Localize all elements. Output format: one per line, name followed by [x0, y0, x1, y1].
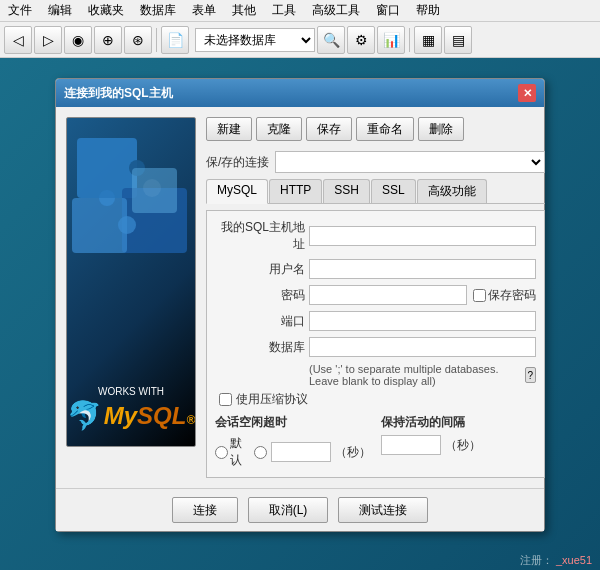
keepalive-input[interactable] — [381, 435, 441, 455]
user-input[interactable] — [309, 259, 536, 279]
keepalive-group: 保持活动的间隔 （秒） — [381, 414, 537, 455]
db-selector[interactable]: 未选择数据库 — [195, 28, 315, 52]
button-row: 新建 克隆 保存 重命名 删除 — [206, 117, 545, 141]
svg-point-6 — [118, 216, 136, 234]
save-button[interactable]: 保存 — [306, 117, 352, 141]
toolbar-btn-6[interactable]: 📄 — [161, 26, 189, 54]
rename-button[interactable]: 重命名 — [356, 117, 414, 141]
hint-text-label: (Use ';' to separate multiple databases.… — [309, 363, 521, 387]
connect-button[interactable]: 连接 — [172, 497, 238, 523]
toolbar-btn-5[interactable]: ⊛ — [124, 26, 152, 54]
compress-row: 使用压缩协议 — [219, 391, 536, 408]
compress-checkbox[interactable] — [219, 393, 232, 406]
keepalive-unit: （秒） — [445, 437, 481, 454]
connect-dialog: 连接到我的SQL主机 ✕ — [55, 78, 545, 532]
database-label: 数据库 — [215, 339, 305, 356]
left-panel: WORKS WITH 🐬 MySQL® — [66, 117, 196, 447]
menu-tools[interactable]: 工具 — [268, 0, 300, 21]
password-label: 密码 — [215, 287, 305, 304]
toolbar-btn-10[interactable]: ▦ — [414, 26, 442, 54]
toolbar-btn-3[interactable]: ◉ — [64, 26, 92, 54]
database-input[interactable] — [309, 337, 536, 357]
session-timeout-title: 会话空闲超时 — [215, 414, 371, 431]
tab-ssh[interactable]: SSH — [323, 179, 370, 203]
toolbar-btn-11[interactable]: ▤ — [444, 26, 472, 54]
tab-mysql[interactable]: MySQL — [206, 179, 268, 204]
menu-window[interactable]: 窗口 — [372, 0, 404, 21]
menu-database[interactable]: 数据库 — [136, 0, 180, 21]
toolbar-btn-7[interactable]: 🔍 — [317, 26, 345, 54]
port-label: 端口 — [215, 313, 305, 330]
toolbar-btn-8[interactable]: ⚙ — [347, 26, 375, 54]
right-panel: 新建 克隆 保存 重命名 删除 保/存的连接 MySQL HTTP — [206, 117, 545, 478]
save-password-checkbox[interactable] — [473, 289, 486, 302]
session-area: 会话空闲超时 默认 （秒） — [215, 414, 536, 469]
bottom-bar: 注册： _xue51 — [512, 551, 600, 570]
menu-edit[interactable]: 编辑 — [44, 0, 76, 21]
delete-button[interactable]: 删除 — [418, 117, 464, 141]
menu-help[interactable]: 帮助 — [412, 0, 444, 21]
register-link[interactable]: _xue51 — [556, 554, 592, 566]
saved-connection-select[interactable] — [275, 151, 545, 173]
tab-http[interactable]: HTTP — [269, 179, 322, 203]
menu-form[interactable]: 表单 — [188, 0, 220, 21]
toolbar-btn-9[interactable]: 📊 — [377, 26, 405, 54]
cancel-button[interactable]: 取消(L) — [248, 497, 329, 523]
session-timeout-row: 默认 （秒） — [215, 435, 371, 469]
session-default-radio[interactable] — [215, 446, 228, 459]
saved-label: 保/存的连接 — [206, 154, 269, 171]
toolbar-btn-1[interactable]: ◁ — [4, 26, 32, 54]
menu-other[interactable]: 其他 — [228, 0, 260, 21]
session-timeout-group: 会话空闲超时 默认 （秒） — [215, 414, 371, 469]
tab-bar: MySQL HTTP SSH SSL 高级功能 — [206, 179, 545, 204]
svg-rect-7 — [132, 168, 177, 213]
tab-advanced[interactable]: 高级功能 — [417, 179, 487, 203]
clone-button[interactable]: 克隆 — [256, 117, 302, 141]
menubar: 文件 编辑 收藏夹 数据库 表单 其他 工具 高级工具 窗口 帮助 — [0, 0, 600, 22]
port-field-row: 端口 — [215, 311, 536, 331]
hint-row: (Use ';' to separate multiple databases.… — [309, 363, 536, 387]
keepalive-title: 保持活动的间隔 — [381, 414, 537, 431]
password-input[interactable] — [309, 285, 467, 305]
password-field-row: 密码 保存密码 — [215, 285, 536, 305]
background-area: www.牛字星.com 连接到我的SQL主机 ✕ — [0, 58, 600, 570]
compress-label: 使用压缩协议 — [236, 391, 308, 408]
host-label: 我的SQL主机地址 — [215, 219, 305, 253]
user-label: 用户名 — [215, 261, 305, 278]
hint-button[interactable]: ? — [525, 367, 536, 383]
keepalive-row: （秒） — [381, 435, 537, 455]
host-field-row: 我的SQL主机地址 — [215, 219, 536, 253]
toolbar-btn-2[interactable]: ▷ — [34, 26, 62, 54]
host-input[interactable] — [309, 226, 536, 246]
menu-favorites[interactable]: 收藏夹 — [84, 0, 128, 21]
mysql-logo: MySQL® — [104, 402, 196, 430]
puzzle-decoration — [67, 118, 196, 318]
saved-connection-row: 保/存的连接 — [206, 151, 545, 173]
dialog-title: 连接到我的SQL主机 — [64, 85, 173, 102]
db-selector-area: 未选择数据库 — [195, 28, 315, 52]
database-field-row: 数据库 — [215, 337, 536, 357]
toolbar: ◁ ▷ ◉ ⊕ ⊛ 📄 未选择数据库 🔍 ⚙ 📊 ▦ ▤ — [0, 22, 600, 58]
form-content: 我的SQL主机地址 用户名 密码 — [206, 210, 545, 478]
save-password-label: 保存密码 — [473, 287, 536, 304]
session-default-label: 默认 — [215, 435, 250, 469]
port-input[interactable] — [309, 311, 536, 331]
session-timeout-input[interactable] — [271, 442, 331, 462]
tab-ssl[interactable]: SSL — [371, 179, 416, 203]
toolbar-separator-2 — [409, 28, 410, 52]
toolbar-btn-4[interactable]: ⊕ — [94, 26, 122, 54]
menu-file[interactable]: 文件 — [4, 0, 36, 21]
menu-advanced[interactable]: 高级工具 — [308, 0, 364, 21]
toolbar-separator-1 — [156, 28, 157, 52]
dialog-titlebar: 连接到我的SQL主机 ✕ — [56, 79, 544, 107]
user-field-row: 用户名 — [215, 259, 536, 279]
new-button[interactable]: 新建 — [206, 117, 252, 141]
register-label: 注册： — [520, 554, 553, 566]
dialog-close-button[interactable]: ✕ — [518, 84, 536, 102]
dialog-body: WORKS WITH 🐬 MySQL® 新建 克隆 保存 重命名 — [56, 107, 544, 488]
session-custom-radio[interactable] — [254, 446, 267, 459]
session-unit: （秒） — [335, 444, 371, 461]
works-with-label: WORKS WITH — [98, 386, 164, 397]
test-connection-button[interactable]: 测试连接 — [338, 497, 428, 523]
dialog-footer: 连接 取消(L) 测试连接 — [56, 488, 544, 531]
